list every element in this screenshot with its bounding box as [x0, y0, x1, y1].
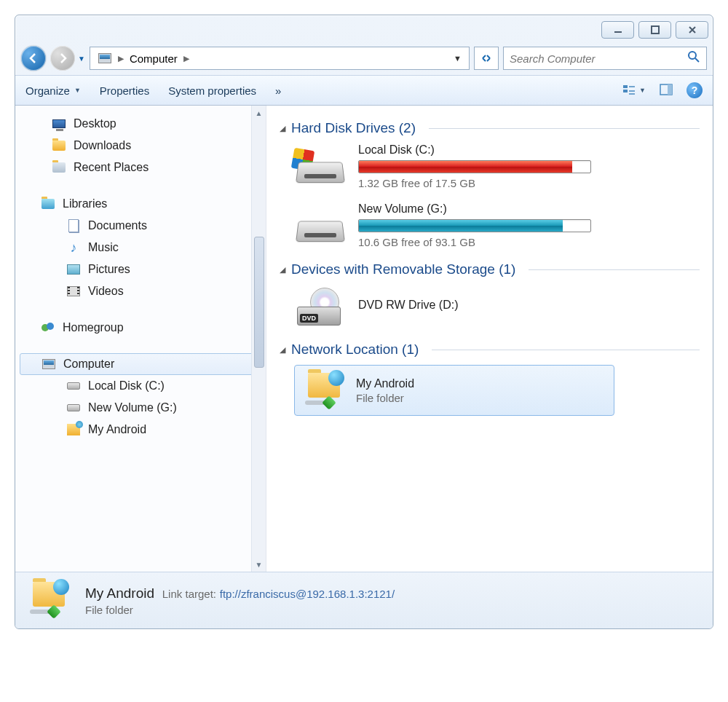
titlebar — [15, 15, 713, 42]
drive-dvd-rw-d[interactable]: DVD DVD RW Drive (D:) — [294, 285, 700, 328]
scroll-thumb[interactable] — [254, 237, 264, 368]
maximize-button[interactable] — [638, 21, 671, 39]
history-dropdown-icon[interactable]: ▼ — [78, 55, 85, 63]
svg-rect-0 — [614, 31, 622, 33]
pictures-icon — [66, 262, 81, 277]
section-network-location[interactable]: ◢ Network Location (1) — [280, 342, 700, 358]
collapse-icon: ◢ — [280, 265, 285, 275]
sidebar-scrollbar[interactable]: ▲ ▼ — [251, 106, 266, 572]
videos-icon — [66, 284, 81, 299]
address-bar[interactable]: ▶ Computer ▶ ▼ — [90, 47, 470, 70]
collapse-icon: ◢ — [280, 124, 285, 133]
sidebar-item-documents[interactable]: Documents — [15, 215, 266, 237]
chevron-down-icon: ▼ — [639, 87, 646, 94]
sidebar-item-recent-places[interactable]: Recent Places — [15, 157, 266, 178]
network-folder-icon — [305, 373, 346, 408]
network-item-my-android[interactable]: My Android File folder — [294, 365, 614, 416]
details-link-target: ftp://zfranciscus@192.168.1.3:2121/ — [220, 588, 395, 600]
libraries-icon — [41, 197, 55, 211]
svg-rect-3 — [623, 85, 628, 88]
drive-new-volume-g[interactable]: New Volume (G:) 10.6 GB free of 93.1 GB — [294, 202, 700, 248]
chevron-right-icon: ▶ — [115, 54, 127, 63]
scroll-up-icon[interactable]: ▲ — [252, 106, 266, 120]
section-removable-storage[interactable]: ◢ Devices with Removable Storage (1) — [280, 261, 700, 277]
system-properties-button[interactable]: System properties — [168, 84, 256, 97]
scroll-down-icon[interactable]: ▼ — [252, 557, 266, 572]
navigation-pane: Desktop Downloads Recent Places Librarie… — [15, 106, 266, 572]
collapse-icon: ◢ — [280, 345, 285, 355]
desktop-icon — [52, 117, 66, 131]
sidebar-item-downloads[interactable]: Downloads — [15, 135, 266, 157]
breadcrumb-location[interactable]: Computer — [130, 52, 178, 65]
content-pane: ◢ Hard Disk Drives (2) Local Disk (C:) 1… — [266, 106, 713, 572]
help-button[interactable]: ? — [687, 82, 703, 98]
music-icon: ♪ — [66, 240, 81, 255]
sidebar-item-computer[interactable]: Computer — [20, 353, 261, 375]
homegroup-icon — [41, 320, 55, 335]
hdd-icon — [66, 379, 81, 393]
section-hard-disk-drives[interactable]: ◢ Hard Disk Drives (2) — [280, 120, 700, 136]
command-toolbar: Organize ▼ Properties System properties … — [15, 75, 713, 106]
svg-point-2 — [689, 52, 696, 59]
details-name: My Android — [85, 585, 154, 601]
computer-icon — [98, 51, 112, 66]
computer-icon — [41, 357, 56, 371]
capacity-bar — [358, 160, 591, 173]
chevron-right-icon[interactable]: ▶ — [181, 54, 192, 63]
hdd-icon — [294, 204, 347, 248]
svg-rect-6 — [668, 84, 672, 95]
network-folder-icon — [66, 422, 81, 437]
search-box[interactable] — [503, 47, 707, 70]
toolbar-overflow[interactable]: » — [275, 84, 281, 97]
preview-pane-button[interactable] — [659, 82, 673, 99]
sidebar-item-videos[interactable]: Videos — [15, 280, 266, 302]
details-type: File folder — [85, 604, 395, 616]
sidebar-item-libraries[interactable]: Libraries — [15, 193, 266, 215]
minimize-button[interactable] — [601, 21, 634, 39]
network-folder-icon — [30, 582, 72, 620]
navigation-bar: ▼ ▶ Computer ▶ ▼ — [15, 42, 713, 75]
back-button[interactable] — [21, 46, 46, 71]
svg-rect-4 — [623, 90, 628, 92]
hdd-icon — [66, 401, 81, 415]
forward-button[interactable] — [50, 46, 75, 71]
recent-icon — [52, 160, 66, 175]
address-dropdown-icon[interactable]: ▼ — [454, 54, 466, 63]
search-input[interactable] — [510, 52, 687, 65]
refresh-button[interactable] — [474, 47, 499, 70]
os-drive-icon — [294, 145, 347, 189]
capacity-bar — [358, 219, 591, 232]
sidebar-item-my-android[interactable]: My Android — [15, 419, 266, 441]
details-pane: My Android Link target: ftp://zfranciscu… — [15, 572, 713, 628]
dvd-drive-icon: DVD — [294, 285, 347, 328]
details-link-label: Link target: — [162, 588, 216, 600]
organize-menu[interactable]: Organize ▼ — [25, 84, 81, 97]
explorer-body: Desktop Downloads Recent Places Librarie… — [15, 106, 713, 572]
sidebar-item-new-volume-g[interactable]: New Volume (G:) — [15, 397, 266, 419]
sidebar-item-music[interactable]: ♪ Music — [15, 237, 266, 259]
drive-local-disk-c[interactable]: Local Disk (C:) 1.32 GB free of 17.5 GB — [294, 143, 700, 189]
chevron-down-icon: ▼ — [74, 87, 81, 94]
sidebar-item-local-disk-c[interactable]: Local Disk (C:) — [15, 375, 266, 397]
svg-rect-1 — [652, 26, 659, 33]
properties-button[interactable]: Properties — [100, 84, 149, 97]
sidebar-item-homegroup[interactable]: Homegroup — [15, 317, 266, 339]
sidebar-item-pictures[interactable]: Pictures — [15, 259, 266, 280]
close-button[interactable] — [676, 21, 708, 39]
search-icon[interactable] — [687, 50, 700, 66]
svg-point-8 — [47, 323, 54, 330]
view-options-button[interactable]: ▼ — [622, 83, 646, 98]
explorer-window: ▼ ▶ Computer ▶ ▼ Organize ▼ Proper — [15, 15, 713, 629]
documents-icon — [66, 218, 81, 233]
folder-icon — [52, 138, 66, 153]
sidebar-item-desktop[interactable]: Desktop — [15, 113, 266, 135]
